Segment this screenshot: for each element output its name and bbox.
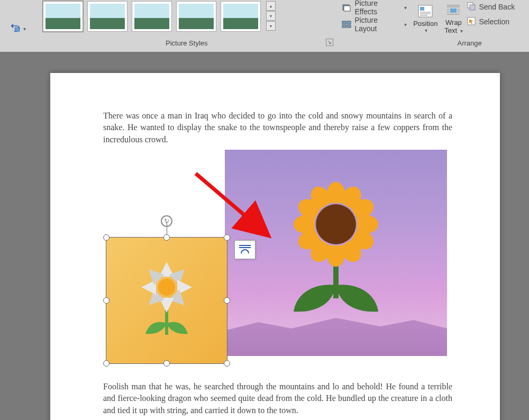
styles-gallery: ▴ ▾ ▾	[37, 0, 336, 36]
reset-group: ▾	[0, 0, 37, 52]
position-button[interactable]: Position ▾	[410, 0, 441, 36]
picture-layout-button[interactable]: Picture Layout ▾	[342, 18, 407, 31]
picture-styles-group: ▴ ▾ ▾ Picture Styles ↘	[37, 0, 336, 52]
mountain-silhouette	[225, 314, 447, 356]
svg-rect-14	[450, 8, 457, 13]
send-back-label: Send Back	[479, 3, 515, 11]
sunflower-graphic	[267, 171, 405, 319]
daisy-image[interactable]	[106, 237, 227, 364]
chevron-down-icon: ▾	[425, 28, 427, 33]
send-backward-button[interactable]: Send Back	[467, 1, 515, 13]
paragraph-1: There was once a man in Iraq who decided…	[103, 110, 452, 145]
arrange-caption-label: Arrange	[410, 36, 529, 50]
effects-group: Picture Effects ▾ Picture Layout ▾	[336, 0, 410, 52]
wrap-text-label2: Text	[444, 26, 457, 34]
style-thumb[interactable]	[87, 1, 127, 32]
style-thumb[interactable]	[221, 1, 261, 32]
dialog-launcher-icon[interactable]: ↘	[326, 39, 333, 46]
picture-layout-icon	[342, 20, 351, 29]
wrap-text-icon	[444, 3, 463, 17]
style-thumb[interactable]	[176, 1, 216, 32]
svg-rect-0	[15, 28, 19, 31]
chevron-down-icon: ▾	[23, 26, 26, 32]
page: There was once a man in Iraq who decided…	[50, 73, 500, 420]
gallery-up-button[interactable]: ▴	[266, 1, 276, 11]
styles-caption-label: Picture Styles	[166, 39, 207, 47]
chevron-down-icon: ▾	[404, 5, 407, 11]
svg-rect-2	[344, 6, 350, 11]
svg-rect-21	[470, 5, 475, 10]
send-back-icon	[467, 2, 476, 12]
svg-point-24	[158, 279, 175, 296]
svg-rect-4	[347, 21, 351, 24]
reset-picture-icon	[11, 23, 21, 34]
rotation-connector	[167, 222, 167, 238]
selection-label: Selection	[479, 17, 509, 26]
svg-point-23	[316, 204, 356, 244]
position-icon	[416, 4, 435, 19]
style-thumb[interactable]	[132, 1, 172, 32]
chevron-down-icon: ▾	[404, 22, 407, 28]
picture-effects-button[interactable]: Picture Effects ▾	[342, 1, 407, 14]
position-label: Position	[413, 20, 437, 28]
document-area[interactable]: There was once a man in Iraq who decided…	[0, 52, 529, 420]
picture-effects-label: Picture Effects	[354, 0, 400, 16]
selection-icon	[467, 17, 476, 27]
group-caption: Picture Styles ↘	[37, 36, 336, 49]
layout-options-icon	[238, 244, 252, 255]
svg-rect-3	[342, 21, 346, 24]
gallery-more-button[interactable]: ▾	[266, 21, 276, 31]
gallery-down-button[interactable]: ▾	[266, 11, 276, 21]
sunflower-image[interactable]	[225, 150, 447, 356]
style-thumb[interactable]	[43, 1, 83, 32]
daisy-graphic	[130, 255, 204, 345]
reset-picture-button[interactable]: ▾	[11, 23, 26, 34]
rotation-handle[interactable]: ↻	[161, 215, 172, 227]
picture-effects-icon	[342, 3, 351, 12]
svg-rect-6	[347, 25, 351, 28]
ribbon: ▾ ▴ ▾ ▾ Picture Styles ↘ Picture Effects…	[0, 0, 529, 52]
selection-pane-button[interactable]: Selection	[467, 16, 515, 28]
svg-rect-5	[342, 25, 346, 28]
arrange-group: Position ▾ Wrap Text ▾ Send Back Selecti…	[410, 0, 529, 52]
layout-options-button[interactable]	[234, 240, 256, 259]
svg-rect-8	[420, 7, 424, 11]
wrap-text-button[interactable]: Wrap Text ▾	[441, 0, 466, 36]
chevron-down-icon: ▾	[460, 28, 463, 34]
paragraph-2: Foolish man that he was, he searched thr…	[103, 381, 452, 416]
picture-layout-label: Picture Layout	[354, 16, 400, 33]
gallery-scroll: ▴ ▾ ▾	[266, 1, 276, 31]
wrap-text-label1: Wrap	[445, 19, 462, 26]
